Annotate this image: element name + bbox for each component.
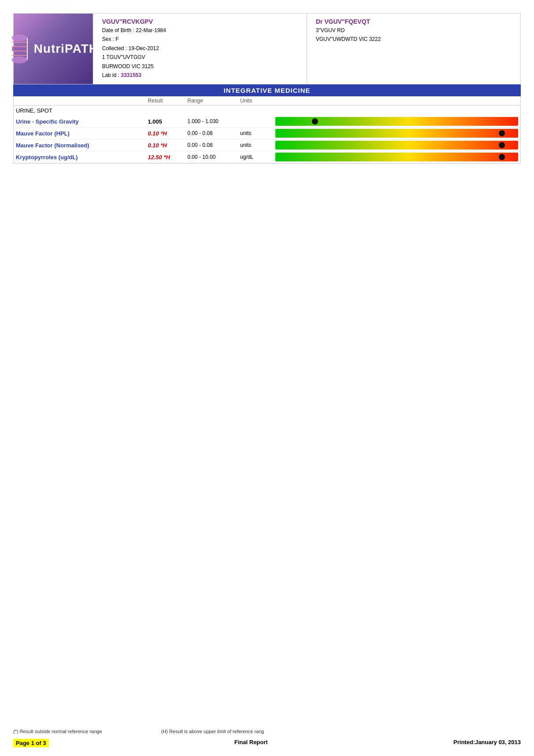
test-result-2: 0.10 *H — [148, 142, 187, 149]
dna-icon — [8, 33, 30, 64]
section-title: INTEGRATIVE MEDICINE — [223, 87, 310, 94]
table-row: Mauve Factor (Normalised) 0.10 *H 0.00 -… — [14, 139, 520, 151]
collected-label: Collected : — [102, 45, 127, 51]
test-units-3: ug/dL — [240, 154, 275, 160]
test-range-2: 0.00 - 0.08 — [187, 142, 240, 148]
col-header-range: Range — [187, 98, 240, 104]
report-type: Final Report — [234, 739, 268, 747]
logo-box: NutriPATH — [14, 14, 93, 84]
patient-info: VGUV"RCVKGPV Date of Birth : 22-Mar-1984… — [93, 14, 307, 84]
test-chart-0 — [275, 117, 518, 126]
sex-label: Sex : — [102, 36, 114, 42]
test-chart-1 — [275, 129, 518, 138]
page-number: Page 1 of 3 — [13, 739, 49, 747]
footnote-2: (H) Result is above upper limit of refer… — [161, 729, 264, 734]
test-name-3: Kryptopyrroles (ug/dL) — [16, 154, 148, 161]
flag-1: *H — [161, 130, 167, 137]
gradient-bar-3 — [275, 153, 518, 161]
col-header-units: Units — [240, 98, 275, 104]
test-range-3: 0.00 - 10.00 — [187, 154, 240, 160]
test-result-1: 0.10 *H — [148, 130, 187, 137]
logo-text: NutriPATH — [34, 42, 98, 56]
table-row: Kryptopyrroles (ug/dL) 12.50 *H 0.00 - 1… — [14, 151, 520, 163]
category-row: URINE, SPOT — [14, 106, 520, 116]
flag-3: *H — [164, 154, 170, 161]
printed-date: Printed:January 03, 2013 — [454, 739, 521, 747]
test-chart-3 — [275, 153, 518, 161]
col-header-chart — [275, 98, 518, 104]
chart-dot-3 — [499, 154, 505, 160]
test-name-0: Urine - Specific Gravity — [16, 118, 148, 125]
svg-point-0 — [11, 34, 27, 41]
table-row: Mauve Factor (HPL) 0.10 *H 0.00 - 0.08 u… — [14, 128, 520, 139]
test-chart-2 — [275, 141, 518, 150]
test-range-1: 0.00 - 0.08 — [187, 130, 240, 136]
dob-value: 22-Mar-1984 — [136, 27, 166, 33]
address1: 1 TGUV"UVTGGV — [102, 54, 145, 60]
report-header: NutriPATH VGUV"RCVKGPV Date of Birth : 2… — [13, 13, 521, 84]
collected-value: 19-Dec-2012 — [128, 45, 159, 51]
test-range-0: 1.000 - 1.030 — [187, 118, 240, 124]
section-header: INTEGRATIVE MEDICINE — [13, 84, 521, 96]
lab-id-value: 3331553 — [121, 72, 142, 78]
chart-dot-2 — [499, 142, 505, 148]
patient-details: Date of Birth : 22-Mar-1984 Sex : F Coll… — [102, 26, 298, 80]
test-result-3: 12.50 *H — [148, 154, 187, 161]
doctor-name: Dr VGUV"FQEVQT — [316, 18, 512, 25]
results-table: Result Range Units URINE, SPOT Urine - S… — [13, 96, 521, 164]
flag-2: *H — [161, 142, 167, 149]
svg-point-2 — [11, 56, 27, 63]
sex-value: F — [116, 36, 119, 42]
category-label: URINE, SPOT — [16, 107, 52, 114]
footer-notes: (*) Result outside normal reference rang… — [13, 729, 521, 734]
doctor-info: Dr VGUV"FQEVQT 3"VGUV RD VGUV"UWDWTD VIC… — [307, 14, 520, 84]
lab-id-label: Lab id : — [102, 72, 119, 78]
test-result-0: 1.005 — [148, 118, 187, 125]
table-header-row: Result Range Units — [14, 96, 520, 106]
footnote-1: (*) Result outside normal reference rang… — [13, 729, 102, 734]
test-units-1: units — [240, 130, 275, 136]
gradient-bar-1 — [275, 129, 518, 138]
doctor-details: 3"VGUV RD VGUV"UWDWTD VIC 3222 — [316, 26, 512, 44]
dob-label: Date of Birth : — [102, 27, 134, 33]
gradient-bar-2 — [275, 141, 518, 150]
test-units-2: units — [240, 142, 275, 148]
test-name-1: Mauve Factor (HPL) — [16, 130, 148, 137]
table-row: Urine - Specific Gravity 1.005 1.000 - 1… — [14, 116, 520, 128]
address2: BURWOOD VIC 3125 — [102, 63, 154, 69]
patient-name: VGUV"RCVKGPV — [102, 18, 298, 25]
col-header-test — [16, 98, 148, 104]
col-header-result: Result — [148, 98, 187, 104]
chart-dot-0 — [312, 118, 318, 124]
doctor-address1: 3"VGUV RD — [316, 27, 345, 33]
chart-dot-1 — [499, 130, 505, 136]
test-name-2: Mauve Factor (Normalised) — [16, 142, 148, 149]
doctor-address2: VGUV"UWDWTD VIC 3222 — [316, 36, 381, 42]
footer-bar: Page 1 of 3 Final Report Printed:January… — [13, 739, 521, 747]
gradient-bar-0 — [275, 117, 518, 126]
